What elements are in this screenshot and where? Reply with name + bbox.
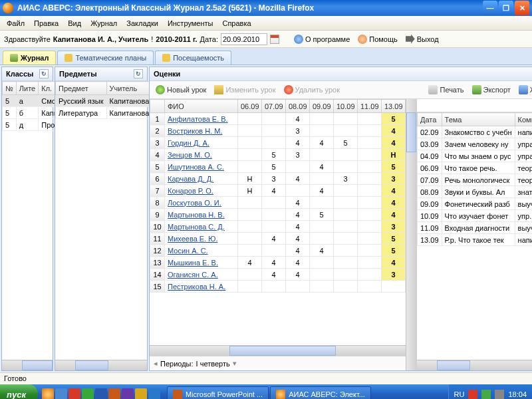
minimize-button[interactable]: — xyxy=(483,1,497,15)
subjects-table: ПредметУчитель Русский языкКапитанова Ли… xyxy=(55,81,152,119)
menu-view[interactable]: Вид xyxy=(64,18,85,29)
student-row[interactable]: 6Карчава Д. Д.Н3433 xyxy=(150,173,406,185)
tab-plans[interactable]: Тематические планы xyxy=(57,51,154,65)
grades-toolbar: Новый урок Изменить урок Удалить урок Пе… xyxy=(150,81,532,99)
student-row[interactable]: 1Анфилатова Е. В.45 xyxy=(150,113,406,125)
subjects-title: Предметы xyxy=(59,70,97,78)
topic-row[interactable]: 13.09Р.р. Что такое текнаписать сочинен xyxy=(418,234,533,246)
col-teacher[interactable]: Учитель xyxy=(106,82,152,95)
app-icon[interactable] xyxy=(148,388,160,399)
scrollbar-h[interactable] xyxy=(55,360,147,370)
app-icon[interactable] xyxy=(135,388,147,399)
date-input[interactable] xyxy=(221,33,267,45)
date-label: Дата: xyxy=(200,35,218,43)
refresh-button[interactable]: ↻ xyxy=(134,69,143,78)
main-area: Классы↻ №ЛитеКл. Ру 5аСморк 5бКапит 5дПр… xyxy=(0,65,532,372)
maximize-button[interactable]: ❐ xyxy=(499,1,513,15)
topic-row[interactable]: 03.09Зачем человеку нуупражнение 4, те xyxy=(418,138,533,150)
school-year: 2010-2011 г. xyxy=(156,35,197,43)
scrollbar-h[interactable] xyxy=(150,345,406,356)
tray-icon[interactable] xyxy=(468,390,477,399)
menu-journal[interactable]: Журнал xyxy=(86,18,121,29)
topic-row[interactable]: 04.09Что мы знаем о русупражнение 6 xyxy=(418,150,533,162)
print-button[interactable]: Печать xyxy=(425,84,467,96)
calendar-icon[interactable] xyxy=(270,35,279,44)
student-row[interactable]: 14Оганисян С. А.443 xyxy=(150,269,406,281)
refresh-button[interactable]: ↻ xyxy=(39,69,49,78)
student-row[interactable]: 7Конаров Р. О.Н444 xyxy=(150,185,406,197)
tab-attendance[interactable]: Посещаемость xyxy=(155,51,231,65)
word-icon[interactable] xyxy=(95,388,107,399)
firefox-icon[interactable] xyxy=(42,388,54,399)
task-powerpoint[interactable]: Microsoft PowerPoint ... xyxy=(167,386,269,399)
student-row[interactable]: 15Пестрикова Н. А. xyxy=(150,281,406,293)
student-row[interactable]: 4Зенцов М. О.53Н xyxy=(150,149,406,161)
col-lit[interactable]: Лите xyxy=(16,82,38,95)
app-infobar: Здравствуйте Капитанова И. А., Учитель !… xyxy=(0,31,532,48)
topic-row[interactable]: 10.09Что изучает фонетупр. 36 xyxy=(418,210,533,222)
window-title: АИАС ABEPC: Электронный Классный Журнал … xyxy=(17,3,481,13)
topic-row[interactable]: 06.09Что такое речь.теория в тетр. xyxy=(418,162,533,174)
journal-button[interactable]: Журнал xyxy=(515,84,532,96)
add-icon xyxy=(156,85,165,94)
menu-tools[interactable]: Инструменты xyxy=(164,18,217,29)
powerpoint-icon[interactable] xyxy=(108,388,120,399)
student-row[interactable]: 2Востриков Н. М.34 xyxy=(150,125,406,137)
app-icon[interactable] xyxy=(122,388,134,399)
language-indicator[interactable]: RU xyxy=(454,390,465,398)
topic-row[interactable]: 02.09Знакомство с учебннаписать сочинен xyxy=(418,126,533,138)
menu-bookmarks[interactable]: Закладки xyxy=(122,18,162,29)
topic-row[interactable]: 09.09Фонетический разбвыучить зсп, упр. xyxy=(418,198,533,210)
journal-icon xyxy=(519,85,528,94)
journal-icon xyxy=(10,54,18,62)
scrollbar-h[interactable] xyxy=(2,360,53,370)
topic-row[interactable]: 07.09Речь монологическтеория № 4, упр. xyxy=(418,174,533,186)
exit-button[interactable]: Выход xyxy=(403,34,442,45)
volume-icon[interactable] xyxy=(495,390,504,399)
student-row[interactable]: 12Мосин А. С.445 xyxy=(150,245,406,257)
periods-bar: ◂ Периоды: I четверть ▾ xyxy=(150,356,406,370)
topics-panel: ↻ ДатаТемаКомментарии02.09Знакомство с у… xyxy=(416,99,532,370)
app-icon[interactable] xyxy=(82,388,94,399)
tab-journal[interactable]: Журнал xyxy=(3,51,56,65)
student-row[interactable]: 13Мышкина Е. В.4444 xyxy=(150,257,406,269)
student-row[interactable]: 5Ишутинова А. С.545 xyxy=(150,161,406,173)
info-icon xyxy=(294,35,303,44)
taskbar: пуск Microsoft PowerPoint ... АИАС ABEPC… xyxy=(0,384,532,399)
col-no[interactable]: № xyxy=(3,82,17,95)
grades-table: ФИО06.0907.0908.0909.0910.0911.0913.091А… xyxy=(150,99,406,293)
subject-row[interactable]: Русский языкКапитанова xyxy=(56,95,152,107)
clock[interactable]: 18:04 xyxy=(508,390,527,398)
export-button[interactable]: Экспорт xyxy=(469,84,514,96)
menu-file[interactable]: Файл xyxy=(3,18,29,29)
status-text: Готово xyxy=(4,374,27,382)
close-button[interactable]: ✕ xyxy=(515,1,529,15)
task-avers[interactable]: АИАС ABEPC: Элект... xyxy=(270,386,371,399)
scrollbar-h[interactable] xyxy=(417,360,532,370)
student-row[interactable]: 8Лоскутова О. И.44 xyxy=(150,197,406,209)
delete-lesson-button[interactable]: Удалить урок xyxy=(281,84,343,96)
about-button[interactable]: О программе xyxy=(291,34,352,45)
ie-icon[interactable] xyxy=(55,388,67,399)
student-row[interactable]: 3Гордин Д. А.4454 xyxy=(150,137,406,149)
user-name: Капитанова И. А., Учитель xyxy=(53,35,148,43)
start-button[interactable]: пуск xyxy=(0,384,38,399)
tray-icon[interactable] xyxy=(481,390,491,399)
student-row[interactable]: 11Михеева Е. Ю.445 xyxy=(150,233,406,245)
scrollbar-v[interactable] xyxy=(406,99,416,370)
period-value[interactable]: I четверть xyxy=(196,360,230,368)
student-row[interactable]: 10Мартынова С. Д.43 xyxy=(150,221,406,233)
student-row[interactable]: 9Мартынова Н. В.454 xyxy=(150,209,406,221)
topic-row[interactable]: 08.09Звуки и буквы. Алзнать алфавит, уп xyxy=(418,186,533,198)
edit-lesson-button[interactable]: Изменить урок xyxy=(211,84,279,96)
firefox-icon xyxy=(3,3,13,13)
new-lesson-button[interactable]: Новый урок xyxy=(152,84,209,96)
app-icon[interactable] xyxy=(68,388,80,399)
topic-row[interactable]: 11.09Входная диагностивыучить словарн xyxy=(418,222,533,234)
classes-title: Классы xyxy=(6,70,33,78)
help-button[interactable]: Помощь xyxy=(355,34,400,45)
menu-help[interactable]: Справка xyxy=(218,18,255,29)
col-subject[interactable]: Предмет xyxy=(56,82,107,95)
menu-edit[interactable]: Правка xyxy=(30,18,63,29)
subject-row[interactable]: ЛитератураКапитанова xyxy=(56,107,152,119)
